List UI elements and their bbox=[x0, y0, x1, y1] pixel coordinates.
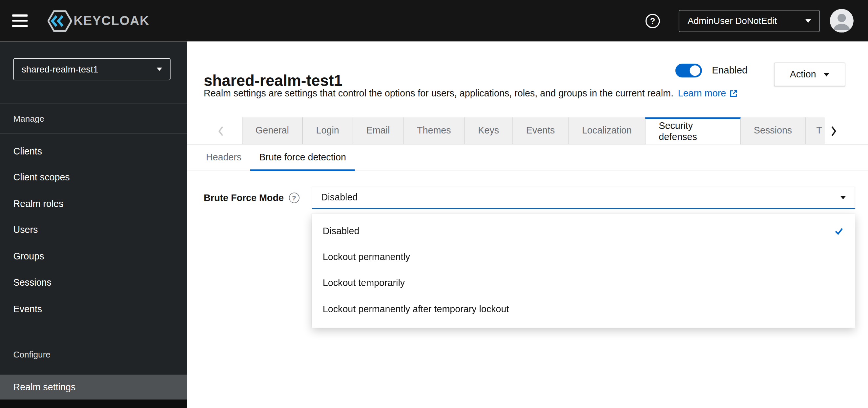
keycloak-logo[interactable]: KEYCLOAK bbox=[48, 8, 150, 33]
tab-keys[interactable]: Keys bbox=[465, 118, 513, 144]
help-icon[interactable]: ? bbox=[646, 13, 660, 28]
chevron-down-icon bbox=[840, 196, 846, 199]
chevron-down-icon bbox=[824, 73, 829, 76]
chevron-right-icon bbox=[830, 125, 838, 137]
tab-email[interactable]: Email bbox=[353, 118, 403, 144]
tab-login[interactable]: Login bbox=[303, 118, 353, 144]
tab-security-defenses[interactable]: Security defenses bbox=[645, 118, 740, 145]
subtab-brute-force-detection[interactable]: Brute force detection bbox=[250, 144, 355, 171]
tab-events[interactable]: Events bbox=[513, 118, 568, 144]
chevron-down-icon bbox=[805, 19, 811, 22]
realm-selector[interactable]: shared-realm-test1 bbox=[13, 58, 170, 81]
enabled-label: Enabled bbox=[712, 65, 747, 76]
tab-localization[interactable]: Localization bbox=[569, 118, 645, 144]
sidebar-item-users[interactable]: Users bbox=[0, 217, 187, 243]
realm-settings-tabs: General Login Email Themes Keys Events L… bbox=[187, 118, 868, 145]
realm-settings-description: Realm settings are settings that control… bbox=[204, 88, 738, 99]
tab-truncated[interactable]: T bbox=[806, 118, 825, 144]
divider bbox=[0, 103, 187, 104]
sidebar-item-events[interactable]: Events bbox=[0, 296, 187, 322]
external-link-icon bbox=[729, 89, 738, 98]
help-question-icon[interactable]: ? bbox=[289, 192, 299, 203]
learn-more-link[interactable]: Learn more bbox=[678, 88, 738, 99]
sidebar-nav-manage: Clients Client scopes Realm roles Users … bbox=[0, 138, 187, 322]
tab-themes[interactable]: Themes bbox=[403, 118, 465, 144]
action-dropdown-button[interactable]: Action bbox=[774, 63, 845, 87]
realm-selector-value: shared-realm-test1 bbox=[22, 64, 98, 74]
sidebar-group-configure: Configure bbox=[13, 349, 51, 360]
security-defenses-subtabs: Headers Brute force detection bbox=[197, 144, 355, 171]
tabs-scroll-right-button[interactable] bbox=[825, 118, 842, 145]
avatar[interactable] bbox=[830, 9, 854, 33]
sidebar-bottom-strip bbox=[0, 400, 187, 408]
sidebar-item-sessions[interactable]: Sessions bbox=[0, 270, 187, 296]
sidebar-item-realm-settings[interactable]: Realm settings bbox=[0, 375, 187, 400]
tabs-scroll-left-button[interactable] bbox=[187, 118, 242, 145]
toggle-knob bbox=[690, 65, 701, 76]
user-menu-label: AdminUser DoNotEdit bbox=[688, 15, 777, 26]
main-content: shared-realm-test1 Enabled Action Realm … bbox=[187, 42, 868, 408]
brute-force-mode-field-label-row: Brute Force Mode ? bbox=[204, 187, 299, 209]
menu-item-lockout-permanently[interactable]: Lockout permanently bbox=[312, 244, 855, 270]
sidebar: shared-realm-test1 Manage Clients Client… bbox=[0, 42, 187, 408]
brute-force-mode-label: Brute Force Mode bbox=[204, 192, 284, 203]
page-title: shared-realm-test1 bbox=[204, 72, 342, 90]
action-label: Action bbox=[790, 69, 816, 80]
divider bbox=[0, 133, 187, 134]
sidebar-group-manage: Manage bbox=[13, 114, 44, 125]
brute-force-mode-select[interactable]: Disabled bbox=[312, 187, 855, 209]
check-icon bbox=[834, 226, 844, 237]
sidebar-item-client-scopes[interactable]: Client scopes bbox=[0, 165, 187, 191]
brand-text: KEYCLOAK bbox=[73, 13, 149, 29]
masthead-actions: ? AdminUser DoNotEdit bbox=[646, 9, 854, 33]
enabled-toggle[interactable] bbox=[676, 64, 702, 77]
subtab-headers[interactable]: Headers bbox=[197, 144, 250, 171]
menu-item-lockout-temporarily[interactable]: Lockout temporarily bbox=[312, 270, 855, 296]
keycloak-logo-icon bbox=[48, 8, 72, 33]
chevron-left-icon bbox=[217, 125, 225, 137]
menu-item-disabled[interactable]: Disabled bbox=[312, 218, 855, 244]
sidebar-item-groups[interactable]: Groups bbox=[0, 244, 187, 270]
keycloak-admin-console: KEYCLOAK ? AdminUser DoNotEdit shared-re… bbox=[0, 0, 868, 408]
menu-item-lockout-permanently-after-temporary[interactable]: Lockout permanently after temporary lock… bbox=[312, 296, 855, 322]
hamburger-menu-icon[interactable] bbox=[12, 10, 34, 32]
sidebar-item-clients[interactable]: Clients bbox=[0, 138, 187, 165]
chevron-down-icon bbox=[157, 68, 162, 71]
sidebar-item-realm-roles[interactable]: Realm roles bbox=[0, 191, 187, 217]
brute-force-mode-dropdown-menu: Disabled Lockout permanently Lockout tem… bbox=[312, 214, 855, 327]
user-menu-dropdown[interactable]: AdminUser DoNotEdit bbox=[679, 10, 820, 32]
description-text: Realm settings are settings that control… bbox=[204, 88, 674, 99]
tab-sessions[interactable]: Sessions bbox=[740, 118, 806, 144]
masthead: KEYCLOAK ? AdminUser DoNotEdit bbox=[0, 0, 868, 42]
tab-general[interactable]: General bbox=[242, 118, 303, 144]
select-value: Disabled bbox=[321, 192, 358, 203]
